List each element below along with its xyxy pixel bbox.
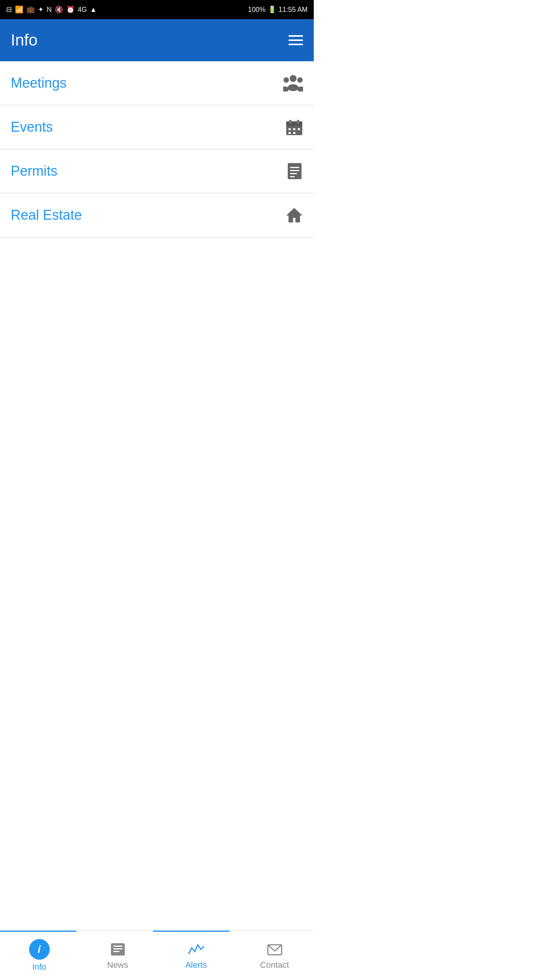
svg-point-0 xyxy=(290,75,297,82)
svg-rect-10 xyxy=(289,128,291,130)
hamburger-line-2 xyxy=(289,39,303,41)
home-icon xyxy=(285,206,303,224)
mute-icon: 🔇 xyxy=(55,5,63,14)
menu-list: Meetings Events Permits xyxy=(0,61,314,237)
calendar-icon xyxy=(285,118,303,136)
real-estate-label: Real Estate xyxy=(11,207,82,223)
clock: 11:55 AM xyxy=(279,6,308,14)
wifi-icon: 📶 xyxy=(15,5,23,14)
svg-rect-8 xyxy=(289,120,292,124)
app-header: Info xyxy=(0,19,314,61)
svg-rect-18 xyxy=(290,173,297,174)
nfc-icon: N xyxy=(47,6,52,14)
svg-rect-12 xyxy=(298,128,300,130)
svg-rect-9 xyxy=(297,120,299,124)
network-icon: 4G xyxy=(78,6,87,14)
page-title: Info xyxy=(11,31,37,49)
svg-point-4 xyxy=(297,77,303,83)
meetings-label: Meetings xyxy=(11,75,67,91)
battery-percentage: 100% xyxy=(248,6,266,14)
svg-rect-14 xyxy=(293,132,295,134)
svg-point-2 xyxy=(284,77,289,83)
briefcase-icon: 💼 xyxy=(26,5,35,14)
menu-item-events[interactable]: Events xyxy=(0,105,314,149)
svg-rect-11 xyxy=(293,128,295,130)
hamburger-line-3 xyxy=(289,44,303,45)
bluetooth-icon: ✦ xyxy=(38,5,44,14)
permits-label: Permits xyxy=(11,163,57,179)
svg-point-1 xyxy=(288,84,298,91)
status-bar: ⊟ 📶 💼 ✦ N 🔇 ⏰ 4G ▲ 100% 🔋 11:55 AM xyxy=(0,0,314,19)
hamburger-line-1 xyxy=(289,35,303,37)
svg-rect-13 xyxy=(289,132,291,134)
signal-bars-icon: ▲ xyxy=(90,6,97,14)
status-bar-right: 100% 🔋 11:55 AM xyxy=(248,5,308,14)
people-icon xyxy=(283,75,303,91)
events-label: Events xyxy=(11,119,53,135)
alarm-icon: ⏰ xyxy=(66,5,75,14)
battery-icon: 🔋 xyxy=(268,5,276,14)
svg-rect-7 xyxy=(286,121,302,126)
hamburger-menu-button[interactable] xyxy=(289,35,303,45)
menu-item-meetings[interactable]: Meetings xyxy=(0,61,314,105)
svg-rect-16 xyxy=(290,167,299,168)
svg-marker-20 xyxy=(286,208,302,222)
svg-rect-19 xyxy=(290,176,295,177)
content-area xyxy=(0,237,314,544)
status-bar-left: ⊟ 📶 💼 ✦ N 🔇 ⏰ 4G ▲ xyxy=(6,5,97,14)
image-icon: ⊟ xyxy=(6,5,12,14)
menu-item-real-estate[interactable]: Real Estate xyxy=(0,193,314,237)
document-icon xyxy=(286,162,303,180)
menu-item-permits[interactable]: Permits xyxy=(0,149,314,193)
svg-rect-17 xyxy=(290,170,299,171)
